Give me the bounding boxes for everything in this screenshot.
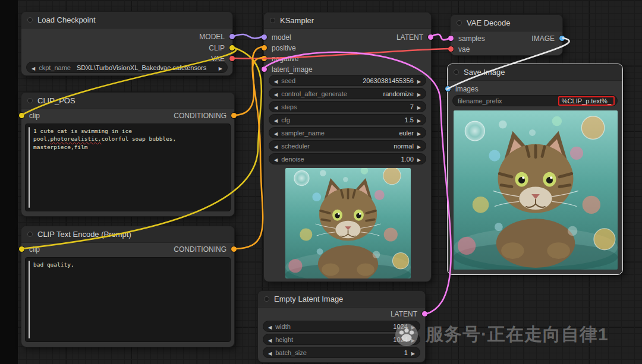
decrement-arrow-icon[interactable]: [274, 143, 278, 150]
increment-arrow-icon[interactable]: [417, 116, 421, 124]
widget-value: 1024: [393, 336, 407, 343]
node-header[interactable]: VAE Decode: [451, 15, 562, 31]
increment-arrow-icon[interactable]: [417, 129, 421, 137]
collapse-dot-icon[interactable]: [264, 296, 269, 302]
decrement-arrow-icon[interactable]: [274, 116, 278, 124]
prev-value-arrow-icon[interactable]: [32, 64, 35, 71]
node-header[interactable]: Empty Latent Image: [258, 291, 425, 308]
node-header[interactable]: KSampler: [264, 12, 431, 29]
wire-conditioning-negative: [235, 58, 263, 249]
decrement-arrow-icon[interactable]: [268, 336, 272, 343]
input-slot-positive: positive: [264, 43, 296, 53]
increment-arrow-icon[interactable]: [417, 103, 421, 110]
widget-value: 1024: [393, 323, 407, 330]
ckpt-name-widget[interactable]: ckpt_name SDXL\TurboVisionXL_Bakedvae.sa…: [26, 62, 228, 73]
next-value-arrow-icon[interactable]: [219, 64, 222, 71]
latent-output-dot[interactable]: [422, 311, 427, 316]
clip-input-dot[interactable]: [19, 113, 24, 118]
node-header[interactable]: CLIP Text Encode (Prompt): [21, 226, 234, 243]
batch-size-widget[interactable]: batch_size 1: [263, 347, 420, 358]
seed-widget[interactable]: seed 20630381455356: [269, 75, 426, 86]
denoise-widget[interactable]: denoise 1.00: [269, 153, 426, 164]
conditioning-output-dot[interactable]: [231, 113, 237, 118]
increment-arrow-icon[interactable]: [417, 90, 421, 97]
node-title: KSampler: [280, 16, 314, 25]
slot-label: model: [272, 33, 291, 42]
decrement-arrow-icon[interactable]: [274, 103, 278, 110]
steps-widget[interactable]: steps 7: [269, 101, 426, 112]
sampler-name-widget[interactable]: sampler_name euler: [269, 127, 426, 138]
positive-prompt-textarea[interactable]: 1 cute cat is swimming in ice pool,photo…: [25, 124, 231, 211]
slot-label: positive: [272, 44, 296, 52]
node-clip-text-encode-negative[interactable]: CLIP Text Encode (Prompt) clip CONDITION…: [21, 226, 235, 347]
node-title: Empty Latent Image: [274, 295, 343, 303]
decrement-arrow-icon[interactable]: [268, 323, 272, 330]
decrement-arrow-icon[interactable]: [268, 349, 272, 356]
slot-label: latent_image: [272, 65, 313, 74]
control-after-generate-widget[interactable]: control_after_generate randomize: [269, 88, 426, 99]
images-input-dot[interactable]: [445, 86, 451, 91]
ksampler-preview-image: [285, 168, 411, 278]
increment-arrow-icon[interactable]: [417, 77, 421, 84]
negative-input-dot[interactable]: [262, 56, 267, 61]
clip-input-dot[interactable]: [19, 246, 24, 252]
node-empty-latent-image[interactable]: Empty Latent Image LATENT width 1024 hei…: [257, 290, 426, 363]
samples-input-dot[interactable]: [448, 36, 454, 41]
node-header[interactable]: Save Image: [448, 64, 622, 81]
model-output-dot[interactable]: [229, 34, 235, 39]
node-header[interactable]: Load Checkpoint: [21, 12, 232, 29]
width-widget[interactable]: width 1024: [263, 321, 420, 332]
slot-label: CONDITIONING: [174, 112, 226, 120]
output-slot-model: MODEL: [199, 31, 232, 42]
node-graph-canvas[interactable]: Load Checkpoint MODEL CLIP VAE ckpt_name…: [0, 0, 642, 364]
increment-arrow-icon[interactable]: [417, 143, 421, 150]
image-output-dot[interactable]: [559, 36, 565, 41]
collapse-dot-icon[interactable]: [454, 69, 459, 75]
latent-image-input-dot[interactable]: [262, 67, 267, 72]
collapse-dot-icon[interactable]: [457, 20, 462, 26]
model-input-dot[interactable]: [262, 34, 267, 40]
latent-output-dot[interactable]: [428, 34, 433, 40]
decrement-arrow-icon[interactable]: [274, 129, 278, 137]
node-vae-decode[interactable]: VAE Decode samples IMAGE vae: [450, 14, 563, 56]
input-slot-samples: samples: [451, 33, 485, 44]
decrement-arrow-icon[interactable]: [274, 156, 278, 163]
node-header[interactable]: CLIP_POS: [21, 93, 234, 109]
increment-arrow-icon[interactable]: [411, 349, 415, 356]
positive-input-dot[interactable]: [262, 45, 267, 50]
negative-prompt-textarea[interactable]: bad quality,: [25, 257, 231, 342]
decrement-arrow-icon[interactable]: [274, 90, 278, 97]
widget-value: 1.00: [401, 156, 413, 163]
node-load-checkpoint[interactable]: Load Checkpoint MODEL CLIP VAE ckpt_name…: [21, 11, 233, 76]
height-widget[interactable]: height 1024: [263, 334, 420, 345]
collapse-dot-icon[interactable]: [27, 17, 33, 23]
conditioning-output-dot[interactable]: [231, 246, 237, 252]
output-slot-latent: LATENT: [391, 309, 425, 319]
increment-arrow-icon[interactable]: [417, 156, 421, 163]
node-clip-pos[interactable]: CLIP_POS clip CONDITIONING 1 cute cat is…: [21, 92, 235, 217]
node-save-image[interactable]: Save Image images filename_prefix %CLIP_…: [447, 64, 623, 275]
cfg-widget[interactable]: cfg 1.5: [269, 114, 426, 125]
slot-label: MODEL: [199, 33, 225, 41]
collapse-dot-icon[interactable]: [270, 18, 275, 23]
slot-label: LATENT: [391, 310, 417, 318]
filename-prefix-widget[interactable]: filename_prefix %CLIP_p.text%_: [452, 95, 618, 106]
output-slot-clip: CLIP: [209, 43, 232, 53]
widget-label: width: [275, 323, 291, 330]
input-slot-model: model: [264, 32, 291, 43]
clip-output-dot[interactable]: [229, 45, 235, 50]
widget-label: cfg: [281, 116, 290, 124]
increment-arrow-icon[interactable]: [411, 336, 415, 343]
slot-label: samples: [458, 34, 485, 43]
widget-value: 1: [404, 349, 408, 356]
slot-label: CONDITIONING: [174, 245, 226, 254]
increment-arrow-icon[interactable]: [411, 323, 415, 330]
scheduler-widget[interactable]: scheduler normal: [269, 140, 426, 151]
collapse-dot-icon[interactable]: [27, 232, 33, 237]
vae-input-dot[interactable]: [448, 46, 454, 52]
widget-label: denoise: [281, 156, 304, 163]
collapse-dot-icon[interactable]: [27, 98, 33, 103]
node-ksampler[interactable]: KSampler model LATENT positive negative …: [263, 12, 432, 282]
vae-output-dot[interactable]: [229, 56, 235, 61]
decrement-arrow-icon[interactable]: [274, 77, 278, 84]
